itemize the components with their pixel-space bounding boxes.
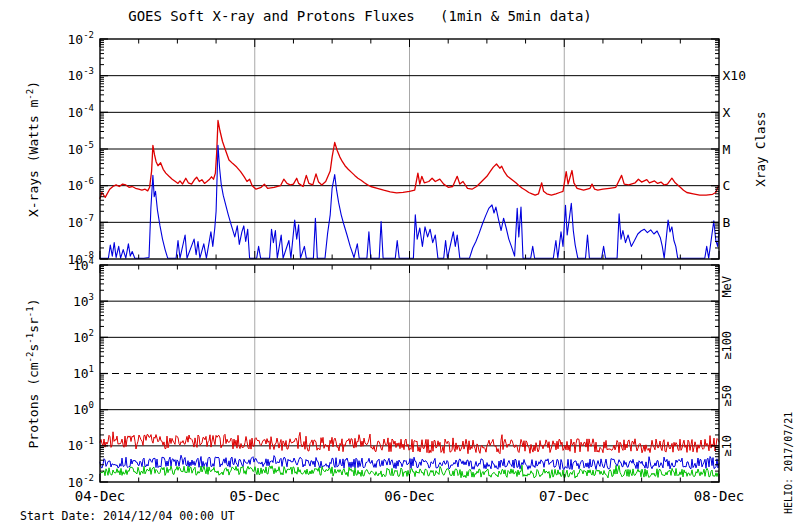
y-tick-label: 10-2 [68,473,95,490]
x-tick-label-05-Dec: 05-Dec [229,488,280,504]
x-tick-label-08-Dec: 08-Dec [694,488,745,504]
flux-chart: 10-210-310-410-510-610-710-8X10XMCBXray … [0,0,800,530]
panel-protons: 10410310210110010-110-2MeV≥100≥50≥10Prot… [25,256,734,490]
y-axis-title-xray: X-rays (Watts m-2) [25,81,41,217]
proton-energy-label-MeV: MeV [720,276,734,298]
proton-energy-label-ge100: ≥100 [720,331,734,360]
x-tick-label-07-Dec: 07-Dec [539,488,590,504]
goes-flux-figure: 10-210-310-410-510-610-710-8X10XMCBXray … [0,0,800,530]
xray-class-label-X10: X10 [723,68,746,83]
y-tick-label: 100 [73,400,94,417]
x-tick-label-06-Dec: 06-Dec [384,488,435,504]
y-tick-label: 10-5 [68,140,95,157]
start-date-label: Start Date: 2014/12/04 00:00 UT [20,509,235,523]
helio-date-label: HELIO: 2017/07/21 [783,412,794,514]
proton-energy-label-ge50: ≥50 [720,385,734,407]
x-tick-label-04-Dec: 04-Dec [75,488,126,504]
y-tick-label: 102 [73,328,94,345]
chart-title: GOES Soft X-ray and Protons Fluxes (1min… [60,8,660,24]
y-tick-label: 10-6 [68,176,95,193]
y-axis-title-protons: Protons (cm-2s-1sr-1) [25,299,41,449]
xray-class-label-M: M [723,142,731,157]
y-tick-label: 104 [73,256,94,273]
proton-energy-label-ge10: ≥10 [720,435,734,457]
xray-class-label-B: B [723,215,731,230]
y-tick-label: 10-1 [68,436,95,453]
y-tick-label: 103 [73,292,94,309]
xray-class-label-C: C [723,178,731,193]
y-tick-label: 10-7 [68,213,95,230]
y-tick-label: 101 [73,364,94,381]
y-tick-label: 10-4 [68,103,95,120]
panel-xray: 10-210-310-410-510-610-710-8X10XMCBXray … [25,30,768,267]
xray-class-label-X: X [723,105,731,120]
right-axis-title: Xray Class [753,111,768,186]
y-tick-label: 10-2 [68,30,95,47]
y-tick-label: 10-3 [68,66,95,83]
